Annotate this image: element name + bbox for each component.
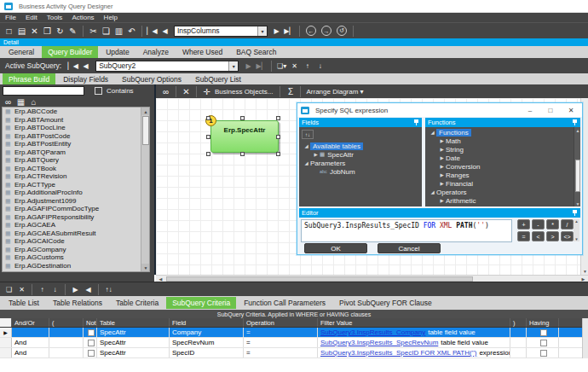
last-subquery-icon[interactable]: ▶▏ bbox=[255, 59, 268, 73]
collapsed-icon[interactable]: ▶ bbox=[438, 164, 446, 169]
editor-scrollbar[interactable]: ▲▼ bbox=[574, 219, 579, 241]
tree-item-date[interactable]: ▶Date bbox=[425, 154, 580, 162]
tab-subquery-list[interactable]: SubQuery List bbox=[189, 73, 247, 85]
tree-item-parameters[interactable]: ◢Parameters bbox=[299, 159, 422, 167]
contains-checkbox[interactable] bbox=[95, 87, 102, 95]
list-item-erp-abtpostentity[interactable]: ▦Erp.ABTPostEntity bbox=[3, 140, 149, 148]
operator-button-[interactable]: < bbox=[532, 231, 545, 241]
first-subquery-icon[interactable]: ▏◀ bbox=[66, 59, 79, 73]
delete-icon[interactable]: ✕ bbox=[28, 24, 41, 38]
tab-function-call-parameters[interactable]: Function Call Parameters bbox=[238, 297, 331, 309]
functions-scrollbar[interactable]: ▲ ▼ bbox=[574, 127, 580, 206]
scroll-down-icon[interactable]: ▼ bbox=[580, 268, 588, 275]
move-down-icon[interactable]: ↓ bbox=[314, 59, 326, 73]
ok-button[interactable]: OK bbox=[304, 243, 367, 253]
active-subquery-combo[interactable]: SubQuery2▾ bbox=[95, 61, 239, 72]
collapsed-icon[interactable]: ▶ bbox=[312, 152, 320, 157]
scroll-up-icon[interactable]: ▲ bbox=[141, 108, 150, 115]
filter-value-link[interactable]: SubQuery3.InspResults_SpecRevNum bbox=[320, 339, 438, 346]
list-item-erp-agcompany[interactable]: ▦Erp.AGCompany bbox=[3, 246, 149, 254]
tree-item-specattr[interactable]: ▶▦SpecAttr bbox=[299, 150, 422, 159]
selection-handle[interactable] bbox=[206, 135, 210, 139]
tab-where-used[interactable]: Where Used bbox=[176, 46, 228, 58]
tab-subquery-options[interactable]: SubQuery Options bbox=[116, 73, 187, 85]
next-record-icon[interactable]: ▶ bbox=[270, 24, 283, 38]
list-item-erp-agcustoms[interactable]: ▦Erp.AGCustoms bbox=[3, 253, 149, 262]
collapsed-icon[interactable]: ▶ bbox=[438, 181, 446, 186]
having-checkbox[interactable] bbox=[540, 329, 547, 336]
criteria-row[interactable]: AndSpecAttrSpecRevNum=SubQuery3.InspResu… bbox=[0, 338, 588, 348]
business-objects-button[interactable]: Business Objects... bbox=[215, 88, 273, 96]
tab-display-fields[interactable]: Display Fields bbox=[57, 73, 114, 85]
chevron-down-icon[interactable]: ▾ bbox=[257, 26, 267, 36]
tree-item-math[interactable]: ▶Math bbox=[425, 137, 580, 145]
tab-pivot-subquery-for-clause[interactable]: Pivot SubQuery FOR Clause bbox=[333, 297, 438, 309]
copy-page-icon[interactable]: ❏ bbox=[100, 24, 112, 38]
selection-handle[interactable] bbox=[276, 116, 280, 120]
selection-handle[interactable] bbox=[276, 135, 280, 139]
first-record-icon[interactable]: ▏◀ bbox=[146, 24, 159, 38]
prev-record-icon[interactable]: ◀ bbox=[159, 24, 171, 38]
expanded-icon[interactable]: ◢ bbox=[429, 130, 436, 135]
tree-item-string[interactable]: ▶String bbox=[425, 145, 580, 154]
not-checkbox[interactable] bbox=[88, 340, 95, 346]
summation-icon[interactable]: Σ bbox=[284, 84, 297, 99]
criteria-row[interactable]: AndSpecAttrSpecID=SubQuery3.InspResults_… bbox=[0, 348, 588, 358]
collapsed-icon[interactable]: ▶ bbox=[438, 172, 446, 177]
tab-general[interactable]: General bbox=[3, 46, 40, 58]
tree-item-available-tables[interactable]: ◢Available tables bbox=[299, 142, 422, 150]
new-criteria-icon[interactable]: ❏ bbox=[3, 282, 15, 297]
scroll-down-icon[interactable]: ▼ bbox=[574, 201, 580, 206]
sort-icon[interactable]: ↑↓ bbox=[302, 130, 314, 139]
new-icon[interactable]: □ bbox=[3, 24, 15, 38]
maximize-icon[interactable]: □ bbox=[541, 103, 560, 117]
scroll-down-icon[interactable]: ▼ bbox=[141, 264, 150, 271]
selection-handle[interactable] bbox=[240, 152, 245, 156]
pin-icon[interactable] bbox=[414, 119, 419, 126]
back-icon[interactable]: ← bbox=[306, 26, 316, 36]
paste-icon[interactable]: ▥ bbox=[112, 24, 125, 38]
move-left-icon[interactable]: ◀ bbox=[82, 282, 95, 297]
sort-icon[interactable]: ↑↓ bbox=[102, 282, 115, 297]
expanded-icon[interactable]: ◢ bbox=[303, 160, 310, 166]
list-item-erp-abtamount[interactable]: ▦Erp.ABTAmount bbox=[3, 116, 149, 125]
list-item-erp-agafipresponsibility[interactable]: ▦Erp.AGAFIPResponsibility bbox=[3, 213, 149, 222]
operator-button-[interactable]: / bbox=[561, 219, 574, 230]
move-right-icon[interactable]: ▶ bbox=[69, 282, 82, 297]
link-icon[interactable]: ∞ bbox=[159, 84, 172, 99]
minimize-icon[interactable]: – bbox=[521, 103, 539, 117]
list-item-erp-agelectronicinvcerror[interactable]: ▦Erp.AGElectronicInvcError bbox=[3, 270, 149, 272]
pin-icon[interactable] bbox=[573, 119, 578, 126]
operator-button-[interactable]: - bbox=[532, 219, 545, 230]
filter-value-link[interactable]: SubQuery3.InspResults_SpecID FOR XML PAT… bbox=[320, 349, 476, 357]
link-tables-icon[interactable]: ∞ bbox=[2, 97, 14, 108]
tab-update[interactable]: Update bbox=[100, 46, 135, 58]
list-item-erp-abtqparam[interactable]: ▦Erp.ABTQParam bbox=[3, 148, 149, 157]
menu-help[interactable]: Help bbox=[104, 14, 118, 21]
tab-table-relations[interactable]: Table Relations bbox=[47, 297, 108, 309]
save-icon[interactable]: ▤ bbox=[15, 24, 28, 38]
scroll-down-icon[interactable]: ▼ bbox=[574, 237, 578, 241]
operator-button-[interactable]: <> bbox=[561, 231, 574, 241]
clear-icon[interactable]: ✎ bbox=[66, 24, 79, 38]
row-selector[interactable] bbox=[0, 338, 12, 347]
criteria-row[interactable]: ▶SpecAttrCompany=SubQuery3.InspResults_C… bbox=[0, 328, 588, 338]
having-checkbox[interactable] bbox=[540, 340, 547, 346]
list-item-erp-actrevision[interactable]: ▦Erp.ACTRevision bbox=[3, 172, 149, 181]
list-item-erp-additionalprocinfo[interactable]: ▦Erp.AdditionalProcInfo bbox=[3, 189, 149, 197]
selection-handle[interactable] bbox=[276, 152, 280, 156]
table-browser-icon[interactable]: ⌂ bbox=[27, 97, 40, 108]
tree-item-arithmetic[interactable]: ▶Arithmetic bbox=[425, 196, 580, 205]
undo-icon[interactable]: ↶ bbox=[125, 24, 138, 38]
scroll-up-icon[interactable]: ▲ bbox=[574, 127, 580, 133]
tree-item-financial[interactable]: ▶Financial bbox=[425, 179, 580, 188]
operator-button-[interactable]: * bbox=[546, 219, 559, 230]
tree-item-ranges[interactable]: ▶Ranges bbox=[425, 171, 580, 179]
grid-scrollbar[interactable] bbox=[582, 318, 588, 358]
new-subquery-icon[interactable]: ❏▾ bbox=[275, 59, 288, 73]
table-list-scrollbar[interactable]: ▲ ▼ bbox=[141, 108, 149, 271]
tree-item-jobnum[interactable]: abcJobNum bbox=[299, 167, 422, 176]
menu-edit[interactable]: Edit bbox=[26, 14, 37, 21]
table-filter-input[interactable] bbox=[3, 86, 84, 96]
tab-query-builder[interactable]: Query Builder bbox=[42, 46, 98, 58]
